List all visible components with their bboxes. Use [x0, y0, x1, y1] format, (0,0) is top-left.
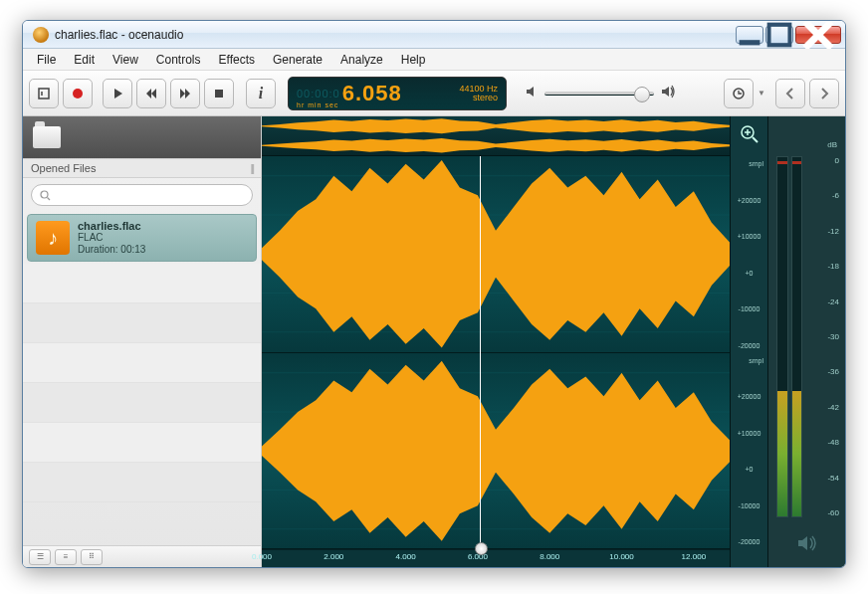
volume-slider[interactable]	[544, 92, 654, 96]
meter-right	[791, 156, 803, 517]
zoom-icon[interactable]	[740, 124, 760, 144]
file-name: charlies.flac	[78, 220, 145, 232]
menu-controls[interactable]: Controls	[148, 51, 209, 69]
db-tick: -48	[811, 438, 839, 447]
volume-low-icon	[525, 85, 539, 102]
list-item	[23, 423, 261, 463]
db-tick: -36	[811, 367, 839, 376]
menu-file[interactable]: File	[29, 51, 64, 69]
sidebar-header	[23, 116, 261, 158]
timeline-tick: 4.000	[396, 552, 416, 561]
menu-help[interactable]: Help	[393, 51, 434, 69]
svg-point-3	[73, 89, 83, 99]
toolbar: i 00:00:0 6.058 44100 Hz stereo hr min s…	[23, 71, 845, 116]
scale-tick: +10000	[733, 430, 765, 437]
scale-tick: -20000	[733, 538, 765, 545]
stop-button[interactable]	[204, 79, 234, 108]
smpl-label: smpl	[733, 160, 765, 167]
menu-view[interactable]: View	[105, 51, 146, 69]
music-note-icon: ♪	[36, 221, 70, 255]
list-item	[23, 343, 261, 383]
forward-button[interactable]	[170, 79, 200, 108]
window-title: charlies.flac - ocenaudio	[55, 28, 736, 42]
scale-tick: +0	[733, 270, 765, 277]
scale-tick: +20000	[733, 197, 765, 204]
close-button[interactable]	[795, 26, 841, 44]
minimize-button[interactable]	[736, 26, 763, 44]
app-window: charlies.flac - ocenaudio File Edit View…	[22, 20, 846, 568]
db-scale: 0-6-12-18-24-30-36-42-48-54-60	[811, 156, 839, 517]
sidebar-grip-icon[interactable]: |||	[250, 162, 253, 174]
menu-effects[interactable]: Effects	[211, 51, 263, 69]
menu-bar: File Edit View Controls Effects Generate…	[23, 49, 845, 71]
file-duration: Duration: 00:13	[78, 244, 145, 256]
db-tick: -30	[811, 332, 839, 341]
home-button[interactable]	[29, 79, 59, 108]
opened-files-label: Opened Files	[31, 162, 96, 174]
time-units-label: hr min sec	[297, 101, 338, 108]
db-tick: -42	[811, 403, 839, 412]
menu-analyze[interactable]: Analyze	[332, 51, 391, 69]
history-button[interactable]	[724, 79, 754, 108]
db-tick: -6	[811, 191, 839, 200]
volume-high-icon	[660, 85, 676, 102]
db-tick: -18	[811, 262, 839, 271]
svg-rect-0	[740, 40, 760, 45]
record-button[interactable]	[63, 79, 93, 108]
scale-tick: +0	[733, 466, 765, 473]
file-item-charlies[interactable]: ♪ charlies.flac FLAC Duration: 00:13	[27, 214, 257, 262]
sidebar-section-label: Opened Files |||	[23, 158, 261, 178]
volume-control	[525, 85, 676, 102]
menu-edit[interactable]: Edit	[66, 51, 103, 69]
db-tick: -54	[811, 474, 839, 483]
timeline-tick: 8.000	[540, 552, 559, 561]
svg-point-6	[41, 191, 48, 198]
playhead[interactable]	[480, 156, 481, 549]
file-meta: charlies.flac FLAC Duration: 00:13	[78, 220, 145, 256]
waveform-area: 0.0002.0004.0006.0008.00010.00012.000 sm…	[262, 116, 845, 567]
speaker-icon[interactable]	[768, 534, 845, 557]
amplitude-scale: smpl+20000+10000+0-10000-20000 smpl+2000…	[730, 116, 767, 567]
track-left	[262, 156, 730, 353]
titlebar[interactable]: charlies.flac - ocenaudio	[23, 21, 845, 49]
time-seconds: 6.058	[342, 81, 402, 106]
scale-tick: +20000	[733, 393, 765, 400]
waveform-overview[interactable]	[262, 116, 730, 156]
folder-icon[interactable]	[33, 126, 61, 148]
info-button[interactable]: i	[246, 79, 276, 108]
db-tick: -12	[811, 227, 839, 236]
scale-tick: -10000	[733, 305, 765, 312]
timeline-tick: 10.000	[609, 552, 633, 561]
db-label: dB	[827, 140, 837, 149]
list-item	[23, 264, 261, 303]
view-list-button[interactable]: ☰	[29, 549, 51, 565]
main-area: Opened Files ||| ♪ charlies.flac FLAC Du…	[23, 116, 845, 567]
maximize-button[interactable]	[765, 26, 793, 44]
rewind-button[interactable]	[136, 79, 166, 108]
scale-tick: -10000	[733, 502, 765, 509]
scale-tick: +10000	[733, 233, 765, 240]
view-detail-button[interactable]: ≡	[55, 549, 77, 565]
track-right	[262, 353, 730, 550]
view-grid-button[interactable]: ⠿	[81, 549, 103, 565]
timeline-tick: 2.000	[324, 552, 343, 561]
waveform-tracks[interactable]	[262, 156, 730, 549]
nav-back-button[interactable]	[775, 79, 805, 108]
nav-forward-button[interactable]	[809, 79, 839, 108]
menu-generate[interactable]: Generate	[265, 51, 330, 69]
svg-rect-1	[769, 24, 790, 45]
sidebar-search	[23, 178, 261, 212]
meter-left	[776, 156, 788, 517]
scale-tick: -20000	[733, 342, 765, 349]
time-display[interactable]: 00:00:0 6.058 44100 Hz stereo hr min sec	[288, 77, 507, 110]
list-item	[23, 383, 261, 423]
db-tick: 0	[811, 156, 839, 165]
search-icon	[40, 190, 51, 201]
sidebar-footer: ☰ ≡ ⠿	[23, 545, 261, 567]
play-button[interactable]	[103, 79, 132, 108]
search-input[interactable]	[31, 184, 253, 206]
smpl-label: smpl	[733, 357, 765, 364]
list-item	[23, 463, 261, 502]
level-meters: dB 0-6-12-18-24-30-36-42-48-54-60	[767, 116, 845, 567]
timeline-ruler[interactable]: 0.0002.0004.0006.0008.00010.00012.000	[262, 549, 730, 567]
